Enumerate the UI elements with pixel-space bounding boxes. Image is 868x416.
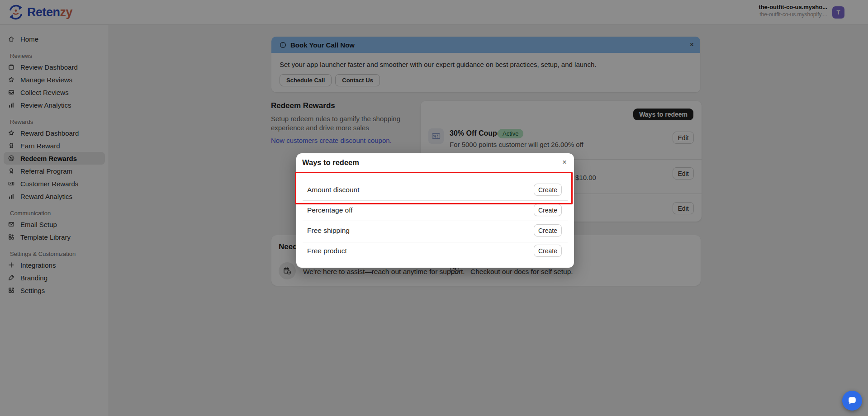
create-free-product-button[interactable]: Create — [534, 245, 562, 257]
create-amount-discount-button[interactable]: Create — [534, 184, 562, 196]
modal-row-percentage-off: Percentage off — [307, 206, 353, 214]
modal-row-free-shipping: Free shipping — [307, 227, 350, 235]
ways-to-redeem-modal: Ways to redeem × Amount discount Create … — [296, 153, 574, 268]
create-percentage-off-button[interactable]: Create — [534, 204, 562, 216]
modal-row-free-product: Free product — [307, 247, 347, 255]
chat-launcher-button[interactable] — [842, 391, 862, 411]
modal-row-divider — [303, 242, 568, 242]
modal-row-divider — [303, 200, 568, 201]
modal-title: Ways to redeem — [302, 158, 359, 167]
create-free-shipping-button[interactable]: Create — [534, 224, 562, 236]
modal-row-amount-discount: Amount discount — [307, 186, 359, 194]
chat-bubble-icon — [847, 396, 857, 406]
modal-row-divider — [303, 221, 568, 221]
modal-close-icon[interactable]: × — [562, 158, 567, 166]
